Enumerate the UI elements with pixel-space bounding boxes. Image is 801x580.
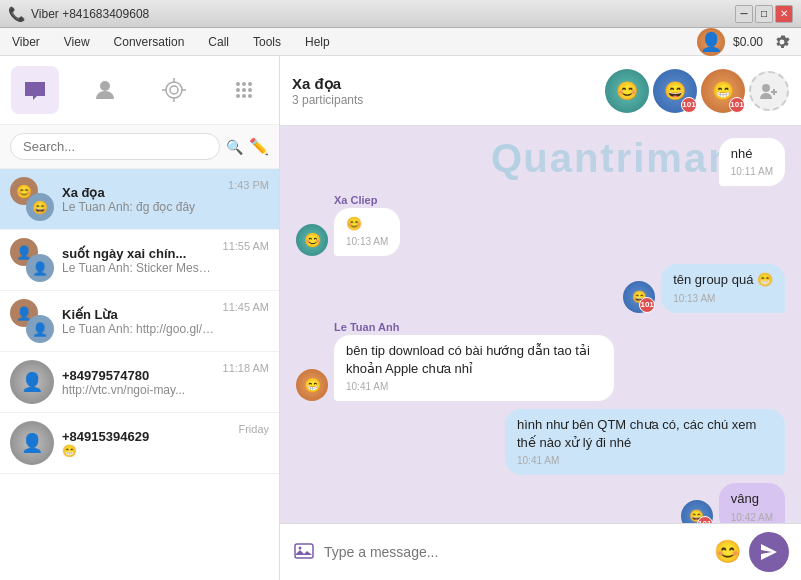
conv-info-xa-doa: Xa đọa Le Tuan Anh: đg đọc đây [62, 185, 220, 214]
svg-point-20 [299, 546, 302, 549]
msg-avatar-1: 😊 [296, 224, 328, 256]
nav-contacts-button[interactable] [81, 66, 129, 114]
message-time: 10:41 AM [517, 454, 773, 468]
chat-input-bar: 😊 [280, 523, 801, 580]
participant-avatar-1[interactable]: 😊 [605, 69, 649, 113]
message-time: 10:13 AM [673, 292, 773, 306]
conv-info-2: suốt ngày xai chín... Le Tuan Anh: Stick… [62, 246, 215, 275]
participant-avatar-2-container: 😄 101 [653, 69, 697, 113]
chat-messages: nhé 10:11 AM 😊 Xa Cliep 😊 10:13 AM [280, 126, 801, 523]
message-bubble: vâng 10:42 AM [719, 483, 785, 523]
conv-info-phone2: +84915394629 😁 [62, 429, 230, 458]
participant-badge-2: 101 [729, 97, 745, 113]
title-bar: 📞 Viber +841683409608 ─ □ ✕ [0, 0, 801, 28]
conv-name: Kiến Lừa [62, 307, 215, 322]
participant-badge: 101 [681, 97, 697, 113]
conversation-item-phone2[interactable]: 👤 +84915394629 😁 Friday [0, 413, 279, 474]
sidebar: 🔍 ✏️ 😊 😄 Xa đọa Le Tuan Anh: đg đọc đây … [0, 56, 280, 580]
message-qtm: hình như bên QTM chưa có, các chú xem th… [296, 409, 785, 475]
chat-area: Quantrimang Xa đọa 3 participants 😊 😄 10… [280, 56, 801, 580]
attach-media-icon[interactable] [292, 538, 316, 567]
message-text: tên group quá 😁 [673, 272, 773, 287]
conv-name: +84979574780 [62, 368, 215, 383]
menu-view[interactable]: View [60, 33, 94, 51]
message-download: 😁 Le Tuan Anh bên tip download có bài hư… [296, 321, 785, 401]
conv-avatar-phone1: 👤 [10, 360, 54, 404]
conv-preview: http://vtc.vn/ngoi-may... [62, 383, 215, 397]
nav-chat-button[interactable] [11, 66, 59, 114]
chat-group-name: Xa đọa [292, 75, 597, 93]
nav-camera-button[interactable] [150, 66, 198, 114]
message-time: 10:41 AM [346, 380, 602, 394]
menu-viber[interactable]: Viber [8, 33, 44, 51]
participant-avatar-3-container: 😁 101 [701, 69, 745, 113]
svg-point-2 [170, 86, 178, 94]
chat-header: Xa đọa 3 participants 😊 😄 101 😁 [280, 56, 801, 126]
conv-avatar-group-3: 👤 👤 [10, 299, 54, 343]
menu-tools[interactable]: Tools [249, 33, 285, 51]
svg-point-16 [762, 84, 770, 92]
menu-call[interactable]: Call [204, 33, 233, 51]
conv-info-phone1: +84979574780 http://vtc.vn/ngoi-may... [62, 368, 215, 397]
message-text: hình như bên QTM chưa có, các chú xem th… [517, 417, 756, 450]
maximize-button[interactable]: □ [755, 5, 773, 23]
settings-gear-icon[interactable] [771, 31, 793, 53]
header-avatars: 😊 😄 101 😁 101 [605, 69, 789, 113]
menu-help[interactable]: Help [301, 33, 334, 51]
svg-point-0 [100, 81, 110, 91]
conv-name: suốt ngày xai chín... [62, 246, 215, 261]
conv-name: Xa đọa [62, 185, 220, 200]
svg-point-15 [248, 94, 252, 98]
menu-conversation[interactable]: Conversation [110, 33, 189, 51]
svg-rect-19 [295, 544, 313, 558]
close-button[interactable]: ✕ [775, 5, 793, 23]
conv-avatar-phone2: 👤 [10, 421, 54, 465]
emoji-button[interactable]: 😊 [714, 539, 741, 565]
svg-point-8 [242, 82, 246, 86]
add-participant-button[interactable] [749, 71, 789, 111]
conversation-item-kien-lua[interactable]: 👤 👤 Kiến Lừa Le Tuan Anh: http://goo.gl/… [0, 291, 279, 352]
message-input[interactable] [324, 540, 706, 564]
app-icon: 📞 [8, 6, 25, 22]
window-controls[interactable]: ─ □ ✕ [735, 5, 793, 23]
svg-point-11 [242, 88, 246, 92]
svg-point-9 [248, 82, 252, 86]
compose-icon[interactable]: ✏️ [249, 137, 269, 156]
message-nhé: nhé 10:11 AM [296, 138, 785, 186]
message-text: 😊 [346, 216, 362, 231]
conversation-item-suot-ngay[interactable]: 👤 👤 suốt ngày xai chín... Le Tuan Anh: S… [0, 230, 279, 291]
message-bubble: hình như bên QTM chưa có, các chú xem th… [505, 409, 785, 475]
conv-time: 1:43 PM [228, 177, 269, 191]
conv-preview: Le Tuan Anh: Sticker Message [62, 261, 215, 275]
minimize-button[interactable]: ─ [735, 5, 753, 23]
chat-participants: 3 participants [292, 93, 597, 107]
conv-preview: Le Tuan Anh: http://goo.gl/aBUkqR ... [62, 322, 215, 336]
nav-dialpad-button[interactable] [220, 66, 268, 114]
conv-info-3: Kiến Lừa Le Tuan Anh: http://goo.gl/aBUk… [62, 307, 215, 336]
search-input[interactable] [10, 133, 220, 160]
send-button[interactable] [749, 532, 789, 572]
message-time: 10:13 AM [346, 235, 388, 249]
svg-point-10 [236, 88, 240, 92]
conversation-item-phone1[interactable]: 👤 +84979574780 http://vtc.vn/ngoi-may...… [0, 352, 279, 413]
user-avatar[interactable]: 👤 [697, 28, 725, 56]
conversation-item-xa-doa[interactable]: 😊 😄 Xa đọa Le Tuan Anh: đg đọc đây 1:43 … [0, 169, 279, 230]
search-bar: 🔍 ✏️ [0, 125, 279, 169]
conv-name: +84915394629 [62, 429, 230, 444]
nav-icons-bar [0, 56, 279, 125]
conv-time: 11:55 AM [223, 238, 269, 252]
balance-display: $0.00 [733, 35, 763, 49]
msg-sender: Le Tuan Anh [334, 321, 614, 333]
svg-point-7 [236, 82, 240, 86]
svg-point-12 [248, 88, 252, 92]
main-layout: 🔍 ✏️ 😊 😄 Xa đọa Le Tuan Anh: đg đọc đây … [0, 56, 801, 580]
menu-bar: Viber View Conversation Call Tools Help … [0, 28, 801, 56]
message-time: 10:11 AM [731, 165, 773, 179]
message-bubble: 😊 10:13 AM [334, 208, 400, 256]
msg-sender: Xa Cliep [334, 194, 400, 206]
conv-avatar-group-2: 👤 👤 [10, 238, 54, 282]
search-icon[interactable]: 🔍 [226, 139, 243, 155]
message-text: nhé [731, 146, 753, 161]
message-time: 10:42 AM [731, 511, 773, 524]
msg-avatar-2: 😁 [296, 369, 328, 401]
